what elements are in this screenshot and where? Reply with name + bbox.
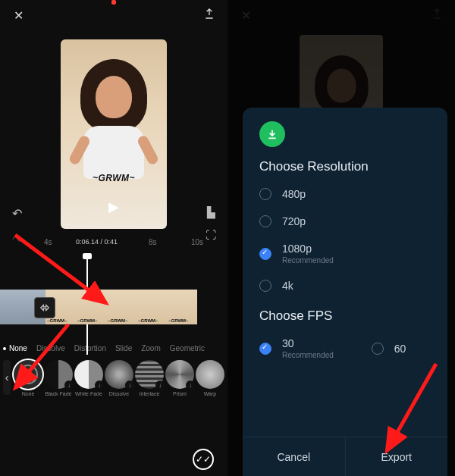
export-button[interactable]: Export xyxy=(346,437,448,476)
resolution-option-480p[interactable]: 480p xyxy=(259,188,431,200)
download-badge-icon: ↓ xyxy=(186,380,195,390)
fps-list: 30Recommended 60 xyxy=(259,337,431,359)
timeline-mark: 4s xyxy=(44,238,52,246)
effect-thumb[interactable]: ↓ xyxy=(74,360,103,389)
play-icon[interactable]: ▶ xyxy=(108,199,119,215)
clip-strip-area[interactable]: ~GRWM~ ~GRWM~ ~GRWM~ ~GRWM~ ~GRWM~ xyxy=(0,256,228,324)
effect-interlace[interactable]: ↓ Interlace xyxy=(135,360,164,396)
clip-strip[interactable]: ~GRWM~ ~GRWM~ ~GRWM~ ~GRWM~ ~GRWM~ xyxy=(0,290,228,324)
fps-option-30[interactable]: 30Recommended xyxy=(259,337,334,359)
video-frame[interactable]: ~GRWM~ ▶ xyxy=(61,39,167,229)
effect-white-fade[interactable]: ↓ White Fade xyxy=(74,360,103,396)
category-tab[interactable]: Slide xyxy=(115,344,132,352)
effect-thumb[interactable]: ↓ xyxy=(44,360,73,389)
layers-icon[interactable]: ▙ xyxy=(203,206,218,218)
category-tab[interactable]: Zoom xyxy=(141,344,161,352)
radio-icon[interactable] xyxy=(259,343,271,355)
transition-node[interactable] xyxy=(34,297,55,318)
timeline-mark: 10s xyxy=(191,238,203,246)
sheet-buttons: Cancel Export xyxy=(243,437,447,476)
undo-icon[interactable]: ↶ xyxy=(9,206,24,221)
overlay-text: ~GRWM~ xyxy=(93,173,135,183)
fps-heading: Choose FPS xyxy=(259,308,431,324)
recording-indicator xyxy=(111,0,116,5)
timeline-mark: 8s xyxy=(149,238,157,246)
left-topbar: ✕ xyxy=(0,0,228,30)
strip-pad: ✓✓ xyxy=(0,324,228,341)
radio-icon[interactable] xyxy=(259,188,271,200)
effect-thumb[interactable]: ↓ xyxy=(105,360,133,389)
category-tab[interactable]: Distortion xyxy=(74,344,106,352)
effects-row: ‹ None ↓ Black Fade ↓ White Fade ↓ Disso… xyxy=(0,360,228,402)
download-badge-icon: ↓ xyxy=(64,380,74,390)
resolution-heading: Choose Resolution xyxy=(259,159,431,174)
effect-thumb[interactable]: ↓ xyxy=(165,360,194,389)
radio-icon[interactable] xyxy=(259,280,271,292)
effect-thumb[interactable] xyxy=(14,360,42,389)
share-icon[interactable] xyxy=(202,8,217,23)
download-badge-icon: ↓ xyxy=(125,380,134,390)
category-tab[interactable]: None xyxy=(9,344,27,352)
clip[interactable]: ~GRWM~ xyxy=(76,290,106,324)
category-tab[interactable]: Geometric xyxy=(170,344,205,352)
download-badge-icon: ↓ xyxy=(155,380,165,390)
effect-thumb[interactable]: ↓ xyxy=(135,360,164,389)
effect-prism[interactable]: ↓ Prism xyxy=(165,360,194,396)
cancel-button[interactable]: Cancel xyxy=(243,437,346,476)
download-icon xyxy=(259,121,285,147)
resolution-option-4k[interactable]: 4k xyxy=(259,280,431,292)
confirm-icon[interactable]: ✓✓ xyxy=(193,449,214,470)
download-badge-icon: ↓ xyxy=(95,380,104,390)
left-screenshot: ✕ ~GRWM~ ▶ ↶ ↷ ▙ ⛶ 4s 0:06.14 / 0:41 8s … xyxy=(0,0,228,476)
clip[interactable]: ~GRWM~ xyxy=(167,290,197,324)
radio-icon[interactable] xyxy=(259,215,271,227)
export-sheet: Choose Resolution 480p 720p 1080pRecomme… xyxy=(243,108,447,476)
effect-none[interactable]: None xyxy=(14,360,42,396)
resolution-option-1080p[interactable]: 1080pRecommended xyxy=(259,243,431,265)
resolution-option-720p[interactable]: 720p xyxy=(259,215,431,227)
transition-categories: None Dissolve Distortion Slide Zoom Geom… xyxy=(0,341,228,360)
clip[interactable]: ~GRWM~ xyxy=(136,290,167,324)
effect-dissolve[interactable]: ↓ Dissolve xyxy=(105,360,133,396)
timeline-ruler[interactable]: 4s 0:06.14 / 0:41 8s 10s xyxy=(0,238,228,256)
radio-icon[interactable] xyxy=(372,343,384,355)
back-chevron-icon[interactable]: ‹ xyxy=(3,360,11,395)
effect-black-fade[interactable]: ↓ Black Fade xyxy=(44,360,73,396)
close-icon[interactable]: ✕ xyxy=(11,8,26,23)
category-tab[interactable]: Dissolve xyxy=(36,344,65,352)
video-preview: ~GRWM~ ▶ ↶ ↷ ▙ ⛶ xyxy=(0,30,228,238)
effect-thumb[interactable] xyxy=(196,360,224,389)
fps-option-60[interactable]: 60 xyxy=(372,337,406,359)
radio-icon[interactable] xyxy=(259,248,271,260)
resolution-list: 480p 720p 1080pRecommended 4k xyxy=(259,188,431,292)
effect-warp[interactable]: Warp xyxy=(196,360,224,396)
timeline-current: 0:06.14 / 0:41 xyxy=(76,238,118,246)
clip[interactable]: ~GRWM~ xyxy=(106,290,136,324)
right-screenshot: ✕ ▙⛶ Choose Resolution 480p 720p xyxy=(228,0,455,476)
